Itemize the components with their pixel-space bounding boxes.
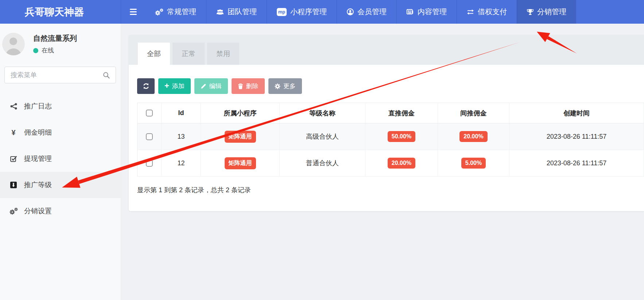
pagination-summary: 显示第 1 到第 2 条记录，总共 2 条记录 [137, 186, 644, 194]
cell-level: 高级合伙人 [280, 123, 365, 150]
tab-normal[interactable]: 正常 [172, 43, 205, 65]
column-id: Id [162, 103, 201, 123]
sidebar-item-label: 分销设置 [24, 206, 52, 216]
nav-item-label: 借权支付 [478, 7, 507, 17]
row-checkbox[interactable] [146, 160, 153, 167]
indirect-rate-badge: 20.00% [459, 131, 487, 142]
app-badge: 矩阵通用 [225, 157, 256, 169]
avatar [2, 33, 25, 55]
row-checkbox[interactable] [146, 133, 153, 140]
pencil-icon [201, 83, 206, 89]
sidebar-item-commission[interactable]: 佣金明细 [0, 119, 121, 146]
sidebar-item-withdraw[interactable]: 提现管理 [0, 146, 121, 172]
tab-all[interactable]: 全部 [138, 43, 170, 65]
user-profile: 自然流量系列 在线 [0, 24, 121, 55]
content-icon [407, 9, 414, 15]
cell-level: 普通合伙人 [280, 150, 365, 177]
nav-item-label: 会员管理 [357, 7, 387, 17]
sidebar-menu: 推广日志 佣金明细 提现管理 推广等级 分销设置 [0, 93, 121, 224]
brand-logo[interactable]: 兵哥聊天神器 [0, 0, 121, 24]
nav-item-label: 团队管理 [228, 7, 257, 17]
share-icon [10, 103, 17, 110]
user-name: 自然流量系列 [33, 33, 77, 43]
select-all-checkbox[interactable] [146, 110, 153, 117]
search-input[interactable] [11, 71, 103, 79]
menu-search [4, 67, 116, 83]
add-label: 添加 [172, 82, 185, 90]
sidebar-toggle-button[interactable] [121, 0, 145, 24]
indirect-rate-badge: 5.00% [461, 158, 486, 169]
direct-rate-badge: 20.00% [388, 158, 415, 169]
status-label: 在线 [42, 46, 54, 55]
sidebar-item-distribution-settings[interactable]: 分销设置 [0, 198, 121, 224]
nav-item-payment[interactable]: 借权支付 [457, 0, 517, 24]
nav-item-label: 内容管理 [418, 7, 447, 17]
gear-icon [275, 83, 280, 89]
sidebar-item-label: 佣金明细 [24, 128, 52, 137]
nav-item-label: 常规管理 [167, 7, 196, 17]
delete-label: 删除 [246, 82, 259, 90]
nav-item-label: 分销管理 [537, 7, 566, 17]
table-row[interactable]: 12 矩阵通用 普通合伙人 20.00% 5.00% 2023-08-26 11… [137, 150, 644, 177]
main-content: 全部 正常 禁用 添加 [121, 24, 644, 300]
cell-id: 12 [162, 150, 201, 177]
sidebar: 自然流量系列 在线 推广日志 佣金明细 [0, 24, 121, 300]
hamburger-icon [130, 9, 137, 15]
cogs-icon [155, 8, 163, 16]
column-created: 创建时间 [509, 103, 644, 123]
nav-menu: 常规管理 团队管理 mp 小程序管理 会员管理 [145, 0, 576, 24]
nav-item-team[interactable]: 团队管理 [206, 0, 267, 24]
nav-item-general[interactable]: 常规管理 [145, 0, 206, 24]
sidebar-item-promo-log[interactable]: 推广日志 [0, 93, 121, 119]
add-button[interactable]: 添加 [158, 78, 191, 94]
sidebar-item-label: 推广日志 [24, 102, 52, 111]
users-icon [216, 9, 224, 15]
trash-icon [238, 83, 243, 89]
column-direct: 直推佣金 [365, 103, 438, 123]
online-dot-icon [33, 48, 38, 53]
tab-disabled[interactable]: 禁用 [207, 43, 239, 65]
user-status: 在线 [33, 46, 77, 55]
top-navbar: 兵哥聊天神器 常规管理 团队管理 mp 小程序管理 [0, 0, 644, 24]
column-level: 等级名称 [280, 103, 365, 123]
edit-button[interactable]: 编辑 [194, 78, 228, 94]
cogs-icon [9, 208, 18, 215]
nav-item-miniprogram[interactable]: mp 小程序管理 [267, 0, 337, 24]
miniprogram-icon: mp [277, 8, 287, 16]
levels-table: Id 所属小程序 等级名称 直推佣金 间推佣金 创建时间 13 矩阵通用 高级合… [137, 103, 644, 177]
yen-icon [11, 129, 15, 137]
refresh-icon [143, 83, 149, 89]
more-button[interactable]: 更多 [268, 78, 302, 94]
trophy-icon [527, 9, 534, 15]
check-square-icon [10, 155, 17, 162]
cell-created: 2023-08-26 11:11:57 [509, 123, 644, 150]
content-card: 全部 正常 禁用 添加 [129, 35, 644, 211]
nav-item-content[interactable]: 内容管理 [396, 0, 457, 24]
refresh-button[interactable] [137, 78, 155, 94]
more-label: 更多 [283, 82, 296, 90]
sidebar-item-label: 推广等级 [24, 180, 52, 190]
status-tabs: 全部 正常 禁用 [129, 35, 644, 65]
exchange-icon [467, 9, 474, 15]
sidebar-item-promo-level[interactable]: 推广等级 [0, 172, 121, 198]
tie-icon [10, 182, 17, 188]
member-icon [347, 8, 354, 15]
delete-button[interactable]: 删除 [232, 78, 265, 94]
column-indirect: 间推佣金 [438, 103, 509, 123]
nav-item-distribution[interactable]: 分销管理 [517, 0, 576, 24]
direct-rate-badge: 50.00% [388, 131, 415, 142]
column-app: 所属小程序 [201, 103, 280, 123]
cell-id: 13 [162, 123, 201, 150]
edit-label: 编辑 [209, 82, 222, 90]
app-badge: 矩阵通用 [225, 131, 256, 143]
table-row[interactable]: 13 矩阵通用 高级合伙人 50.00% 20.00% 2023-08-26 1… [137, 123, 644, 150]
table-header-row: Id 所属小程序 等级名称 直推佣金 间推佣金 创建时间 [137, 103, 644, 123]
sidebar-item-label: 提现管理 [24, 154, 52, 163]
nav-item-label: 小程序管理 [290, 7, 327, 17]
nav-item-members[interactable]: 会员管理 [337, 0, 396, 24]
plus-icon [164, 82, 169, 90]
cell-created: 2023-08-26 11:11:57 [509, 150, 644, 177]
search-icon [103, 72, 110, 79]
toolbar: 添加 编辑 删除 [137, 78, 644, 94]
